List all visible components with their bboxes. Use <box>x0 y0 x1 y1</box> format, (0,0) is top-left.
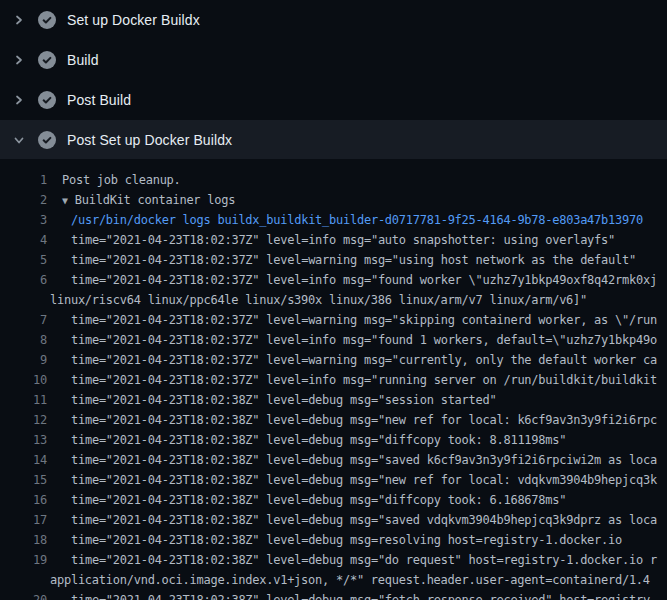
log-line: 16time="2021-04-23T18:02:38Z" level=debu… <box>0 490 667 510</box>
success-check-icon <box>38 51 56 69</box>
log-line-number[interactable]: 10 <box>0 370 47 390</box>
step-label: Post Build <box>67 92 131 108</box>
log-line: 19time="2021-04-23T18:02:38Z" level=debu… <box>0 550 667 570</box>
success-check-icon <box>38 11 56 29</box>
log-line-wrap: application/vnd.oci.image.index.v1+json,… <box>0 570 667 590</box>
log-line-number[interactable]: 14 <box>0 450 47 470</box>
log-line: 6time="2021-04-23T18:02:37Z" level=info … <box>0 270 667 290</box>
log-line: 13time="2021-04-23T18:02:38Z" level=debu… <box>0 430 667 450</box>
log-line-number <box>0 290 47 310</box>
log-line: 10time="2021-04-23T18:02:37Z" level=info… <box>0 370 667 390</box>
log-line: 12time="2021-04-23T18:02:38Z" level=debu… <box>0 410 667 430</box>
log-line: 20time="2021-04-23T18:02:38Z" level=debu… <box>0 590 667 600</box>
log-line: 4time="2021-04-23T18:02:37Z" level=info … <box>0 230 667 250</box>
log-line: 1Post job cleanup. <box>0 170 667 190</box>
chevron-right-icon[interactable] <box>13 14 25 26</box>
log-line-number[interactable]: 3 <box>0 210 47 230</box>
step-header-post-build[interactable]: Post Build <box>0 80 667 120</box>
log-group-label[interactable]: BuildKit container logs <box>75 193 235 207</box>
step-label: Post Set up Docker Buildx <box>67 132 232 148</box>
step-label: Build <box>67 52 99 68</box>
log-line: 2▼BuildKit container logs <box>0 190 667 210</box>
log-text: time="2021-04-23T18:02:37Z" level=warnin… <box>47 350 667 370</box>
log-group-row: ▼BuildKit container logs <box>47 190 667 210</box>
log-line-number[interactable]: 13 <box>0 430 47 450</box>
log-text: time="2021-04-23T18:02:38Z" level=debug … <box>47 550 667 570</box>
log-text: time="2021-04-23T18:02:37Z" level=warnin… <box>47 250 667 270</box>
log-text: Post job cleanup. <box>47 170 667 190</box>
log-line-number[interactable]: 19 <box>0 550 47 570</box>
step-label: Set up Docker Buildx <box>67 12 200 28</box>
log-line-number[interactable]: 11 <box>0 390 47 410</box>
log-line-number[interactable]: 2 <box>0 190 47 210</box>
log-line-number[interactable]: 12 <box>0 410 47 430</box>
log-line-number[interactable]: 7 <box>0 310 47 330</box>
log-line: 8time="2021-04-23T18:02:37Z" level=info … <box>0 330 667 350</box>
steps-list: Set up Docker BuildxBuildPost BuildPost … <box>0 0 667 159</box>
log-line-wrap: linux/riscv64 linux/ppc64le linux/s390x … <box>0 290 667 310</box>
log-line-number[interactable]: 6 <box>0 270 47 290</box>
log-text: time="2021-04-23T18:02:38Z" level=debug … <box>47 490 667 510</box>
log-line: 3/usr/bin/docker logs buildx_buildkit_bu… <box>0 210 667 230</box>
step-header-build[interactable]: Build <box>0 40 667 80</box>
log-line: 18time="2021-04-23T18:02:38Z" level=debu… <box>0 530 667 550</box>
success-check-icon <box>38 131 56 149</box>
log-line-number[interactable]: 15 <box>0 470 47 490</box>
step-header-set-up-docker-buildx[interactable]: Set up Docker Buildx <box>0 0 667 40</box>
success-check-icon <box>38 91 56 109</box>
log-line-number[interactable]: 18 <box>0 530 47 550</box>
log-panel: 1Post job cleanup.2▼BuildKit container l… <box>0 159 667 600</box>
log-text: time="2021-04-23T18:02:37Z" level=warnin… <box>47 310 667 330</box>
chevron-down-icon[interactable] <box>13 134 25 146</box>
log-text: time="2021-04-23T18:02:37Z" level=info m… <box>47 330 667 350</box>
log-line: 17time="2021-04-23T18:02:38Z" level=debu… <box>0 510 667 530</box>
chevron-right-icon[interactable] <box>13 94 25 106</box>
log-line-number[interactable]: 4 <box>0 230 47 250</box>
log-line: 11time="2021-04-23T18:02:38Z" level=debu… <box>0 390 667 410</box>
log-line: 15time="2021-04-23T18:02:38Z" level=debu… <box>0 470 667 490</box>
log-line-number[interactable]: 16 <box>0 490 47 510</box>
log-text: time="2021-04-23T18:02:38Z" level=debug … <box>47 430 667 450</box>
log-text: time="2021-04-23T18:02:38Z" level=debug … <box>47 390 667 410</box>
log-line: 5time="2021-04-23T18:02:37Z" level=warni… <box>0 250 667 270</box>
log-text: linux/riscv64 linux/ppc64le linux/s390x … <box>47 290 667 310</box>
log-line-number[interactable]: 17 <box>0 510 47 530</box>
log-line: 9time="2021-04-23T18:02:37Z" level=warni… <box>0 350 667 370</box>
log-text: time="2021-04-23T18:02:38Z" level=debug … <box>47 510 667 530</box>
log-line-number[interactable]: 1 <box>0 170 47 190</box>
log-line-number[interactable]: 20 <box>0 590 47 600</box>
step-header-post-set-up-docker-buildx[interactable]: Post Set up Docker Buildx <box>0 120 667 159</box>
log-line: 14time="2021-04-23T18:02:38Z" level=debu… <box>0 450 667 470</box>
log-line-number[interactable]: 9 <box>0 350 47 370</box>
log-line-number <box>0 570 47 590</box>
log-command-text: /usr/bin/docker logs buildx_buildkit_bui… <box>47 210 667 230</box>
collapse-triangle-icon[interactable]: ▼ <box>62 191 68 210</box>
log-text: time="2021-04-23T18:02:38Z" level=debug … <box>47 470 667 490</box>
log-text: time="2021-04-23T18:02:37Z" level=info m… <box>47 270 667 290</box>
log-line-number[interactable]: 5 <box>0 250 47 270</box>
log-line-number[interactable]: 8 <box>0 330 47 350</box>
log-text: time="2021-04-23T18:02:38Z" level=debug … <box>47 530 667 550</box>
log-text: time="2021-04-23T18:02:38Z" level=debug … <box>47 450 667 470</box>
log-text: time="2021-04-23T18:02:37Z" level=info m… <box>47 370 667 390</box>
log-line: 7time="2021-04-23T18:02:37Z" level=warni… <box>0 310 667 330</box>
chevron-right-icon[interactable] <box>13 54 25 66</box>
log-text: time="2021-04-23T18:02:38Z" level=debug … <box>47 410 667 430</box>
log-text: application/vnd.oci.image.index.v1+json,… <box>47 570 667 590</box>
log-text: time="2021-04-23T18:02:38Z" level=debug … <box>47 590 667 600</box>
log-text: time="2021-04-23T18:02:37Z" level=info m… <box>47 230 667 250</box>
